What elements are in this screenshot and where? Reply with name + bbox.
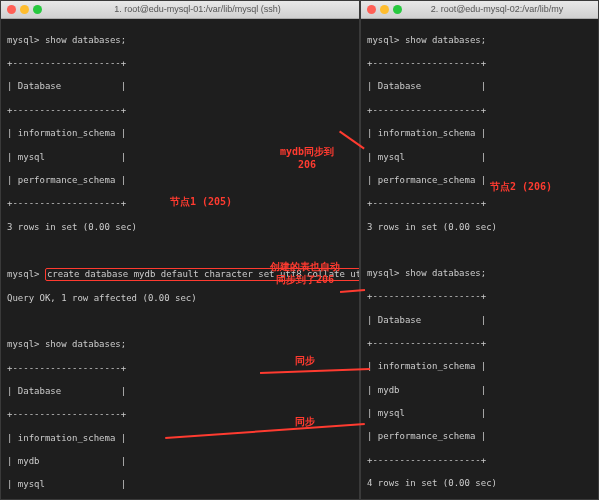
term-line: +--------------------+ [367,291,592,303]
maximize-icon[interactable] [393,5,402,14]
term-line: | mysql | [367,408,592,420]
annotation-mydb-sync: mydb同步到 206 [280,145,334,171]
term-line: +--------------------+ [367,105,592,117]
terminal-content-right[interactable]: mysql> show databases; +----------------… [361,19,598,499]
term-line: 3 rows in set (0.00 sec) [367,222,592,234]
annotation-sync-2: 同步 [295,415,315,428]
term-line: | mydb | [367,385,592,397]
term-line: | information_schema | [7,433,353,445]
term-line: mysql> show databases; [7,339,353,351]
term-line: | Database | [367,315,592,327]
term-line: | performance_schema | [367,431,592,443]
term-line: | Database | [7,386,353,398]
term-line: | mydb | [7,456,353,468]
term-line: +--------------------+ [7,105,353,117]
term-line: +--------------------+ [367,455,592,467]
titlebar-left: 1. root@edu-mysql-01:/var/lib/mysql (ssh… [1,1,359,19]
window-title-left: 1. root@edu-mysql-01:/var/lib/mysql (ssh… [42,4,353,16]
term-line: | information_schema | [367,361,592,373]
minimize-icon[interactable] [380,5,389,14]
close-icon[interactable] [367,5,376,14]
term-line: +--------------------+ [367,198,592,210]
term-line: +--------------------+ [7,58,353,70]
term-line: mysql> show databases; [367,268,592,280]
term-line: | Database | [7,81,353,93]
close-icon[interactable] [7,5,16,14]
term-line [7,245,353,256]
annotation-sync-1: 同步 [295,354,315,367]
window-controls [7,5,42,14]
term-line: +--------------------+ [367,58,592,70]
window-title-right: 2. root@edu-mysql-02:/var/lib/my [402,4,592,16]
term-line [7,317,353,328]
maximize-icon[interactable] [33,5,42,14]
term-line [367,245,592,256]
annotation-node2: 节点2 (206) [490,180,552,193]
term-line: mysql> show databases; [367,35,592,47]
term-line: | performance_schema | [7,175,353,187]
term-line: | information_schema | [7,128,353,140]
term-line: Query OK, 1 row affected (0.00 sec) [7,293,353,305]
term-line: +--------------------+ [367,338,592,350]
term-line: | performance_schema | [367,175,592,187]
window-controls [367,5,402,14]
term-line: 4 rows in set (0.00 sec) [367,478,592,490]
term-line: | mysql | [7,479,353,491]
term-line: | Database | [367,81,592,93]
annotation-node1: 节点1 (205) [170,195,232,208]
titlebar-right: 2. root@edu-mysql-02:/var/lib/my [361,1,598,19]
term-line: mysql> show databases; [7,35,353,47]
annotation-table-sync: 创建的表也自动 同步到了206 [270,260,340,286]
term-line: | information_schema | [367,128,592,140]
term-line: | mysql | [367,152,592,164]
term-line: 3 rows in set (0.00 sec) [7,222,353,234]
minimize-icon[interactable] [20,5,29,14]
terminal-pane-right[interactable]: 2. root@edu-mysql-02:/var/lib/my mysql> … [360,0,599,500]
